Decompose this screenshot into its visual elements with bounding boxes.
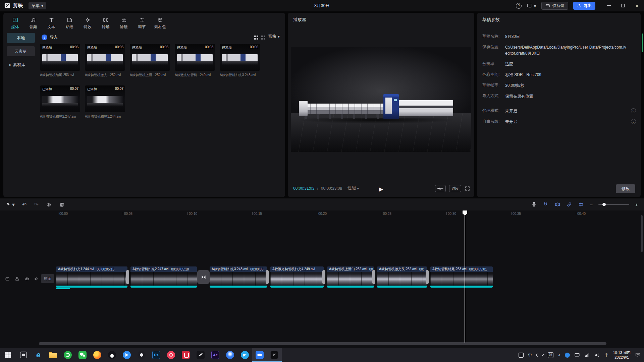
tab-transition[interactable]: 转场: [97, 14, 115, 32]
shortcut-keys-button[interactable]: 快捷键: [541, 2, 568, 10]
view-mode-select[interactable]: 宫格 ▾: [268, 34, 280, 39]
taskbar-app-blue-browser[interactable]: [223, 348, 237, 362]
import-button[interactable]: ↓ 导入: [42, 33, 58, 42]
minimize-button[interactable]: [602, 0, 616, 11]
taskbar-app-ie[interactable]: e: [31, 348, 46, 362]
taskbar-app-dark-ring[interactable]: [134, 348, 149, 362]
taskbar-app-photoshop[interactable]: Ps: [149, 348, 164, 362]
timeline-clip[interactable]: A款激光切管机扫光4.249.avi: [270, 266, 324, 288]
split-button[interactable]: [46, 202, 52, 207]
media-item[interactable]: 已添加 00:05 A款切管机上滑...252.avi: [130, 44, 170, 77]
timeline-clip[interactable]: A款切管机上滑门.252.avi00: [327, 266, 374, 288]
zoom-out-button[interactable]: −: [590, 202, 593, 207]
taskbar-app-telegram[interactable]: [237, 348, 252, 362]
modify-button[interactable]: 修改: [616, 184, 635, 193]
undo-button[interactable]: ↶: [22, 201, 26, 208]
taskbar-app-qq[interactable]: [105, 348, 119, 362]
preview-axis-toggle[interactable]: [578, 201, 584, 207]
taskbar-app-wechat[interactable]: [75, 348, 90, 362]
taskbar-app-snipping[interactable]: [16, 348, 31, 362]
timeline-clip[interactable]: A款切管机扫光2.247.avi00:00:05:18: [130, 266, 197, 288]
qq-tray-icon[interactable]: [565, 353, 570, 358]
play-button[interactable]: ▶: [379, 186, 383, 193]
voice-input-icon[interactable]: [536, 354, 538, 357]
export-button[interactable]: 导出: [573, 2, 595, 10]
tab-adjust[interactable]: 调节: [133, 14, 151, 32]
media-item[interactable]: 已添加 00:03 A款激光切管机...249.avi: [175, 44, 215, 77]
sidebar-item-cloud[interactable]: 云素材: [7, 46, 35, 56]
timeline-clip[interactable]: A款切管机结尾.253.avi00:00:05:01: [430, 266, 493, 288]
taskbar-app-jianying[interactable]: [267, 348, 282, 362]
simplified-chinese-badge[interactable]: 简: [548, 352, 553, 358]
ime-grid-icon[interactable]: [519, 353, 524, 358]
auto-snap-toggle[interactable]: [554, 201, 560, 207]
timeline-horizontal-scrollbar[interactable]: [39, 342, 606, 345]
sidebar-item-local[interactable]: 本地: [7, 33, 35, 43]
sidebar-item-library[interactable]: ▸ 素材库: [7, 60, 35, 70]
timeline[interactable]: 00:00 00:05 00:10 00:15 00:20 00:25 00:3…: [0, 210, 644, 348]
list-view-icon[interactable]: [261, 36, 263, 37]
shrink-track-button[interactable]: [5, 276, 10, 282]
taskbar-app-netdisk[interactable]: [252, 348, 267, 362]
tab-filter[interactable]: 滤镜: [115, 14, 133, 32]
start-button[interactable]: [0, 348, 16, 362]
taskbar-app-explorer[interactable]: [46, 348, 60, 362]
playhead-handle[interactable]: [463, 210, 467, 216]
clip-trim-handle[interactable]: [372, 270, 375, 284]
video-preview[interactable]: [291, 47, 471, 152]
timeline-zoom-slider[interactable]: [598, 204, 629, 205]
display-mode-button[interactable]: ▾: [527, 3, 536, 9]
timeline-vertical-scrollbar[interactable]: [641, 215, 643, 252]
taskbar-app-dark-swoosh[interactable]: [193, 348, 208, 362]
record-voiceover-button[interactable]: [531, 201, 537, 207]
show-hidden-icons-button[interactable]: ∧: [558, 353, 560, 357]
zoom-in-button[interactable]: +: [635, 202, 638, 207]
fullscreen-button[interactable]: [465, 186, 470, 191]
quality-select[interactable]: 性能 ▾: [347, 185, 359, 191]
clip-trim-handle[interactable]: [322, 270, 325, 284]
ime-language-indicator[interactable]: 中: [528, 352, 532, 358]
volume-tray-button[interactable]: [594, 352, 600, 358]
timeline-clip[interactable]: A款切管机扫光1.244.avi00:00:05:15: [56, 266, 127, 288]
action-center-button[interactable]: [635, 352, 641, 358]
help-icon[interactable]: ?: [631, 108, 636, 113]
params-scrollbar-thumb[interactable]: [642, 34, 643, 52]
media-item[interactable]: 已添加 00:06 A款切管机扫光3.248.avi: [220, 44, 260, 77]
transition-marker[interactable]: [197, 270, 210, 284]
delete-button[interactable]: [59, 202, 65, 207]
taskbar-clock[interactable]: 10:13 周四 2022/9/1: [613, 350, 631, 360]
mute-track-button[interactable]: [34, 276, 39, 282]
media-item[interactable]: 已添加 00:07 A款切管机扫光1.244.avi: [85, 85, 125, 119]
fit-button[interactable]: 适应: [449, 185, 461, 192]
tab-material-pack[interactable]: 素材包: [151, 14, 169, 32]
display-tray-button[interactable]: [574, 352, 580, 358]
clip-trim-handle[interactable]: [426, 270, 429, 284]
timeline-clip[interactable]: A款切管机扫光3.248.avi00:00:05: [210, 266, 267, 288]
taskbar-app-red-square[interactable]: [178, 348, 193, 362]
tab-audio[interactable]: 音频: [24, 14, 42, 32]
help-button[interactable]: ?: [516, 3, 522, 9]
clip-trim-handle[interactable]: [266, 270, 269, 284]
linkage-toggle[interactable]: [566, 201, 572, 207]
waveform-button[interactable]: [435, 185, 446, 192]
main-track-magnet-toggle[interactable]: [543, 201, 549, 207]
tab-sticker[interactable]: 贴纸: [60, 14, 78, 32]
grid-view-icon[interactable]: [254, 36, 256, 37]
menu-button[interactable]: 菜单 ▾: [29, 2, 46, 9]
clip-trim-handle[interactable]: [126, 270, 129, 284]
taskbar-app-tim[interactable]: [119, 348, 134, 362]
tab-media[interactable]: 媒体: [6, 14, 24, 32]
tab-text[interactable]: 文本: [42, 14, 60, 32]
media-item[interactable]: 已添加 00:05 A款切管机激光...252.avi: [85, 44, 125, 77]
media-item[interactable]: 已添加 00:06 A款切管机结尾.253.avi: [40, 44, 80, 77]
playhead-line[interactable]: [465, 210, 465, 343]
hide-track-button[interactable]: [24, 276, 30, 282]
help-icon[interactable]: ?: [631, 119, 636, 124]
media-item[interactable]: 已添加 00:07 A款切管机扫光2.247.avi: [40, 85, 80, 119]
taskbar-app-aftereffects[interactable]: Ae: [208, 348, 223, 362]
maximize-button[interactable]: [616, 0, 630, 11]
cover-button[interactable]: 封面: [41, 274, 54, 283]
close-button[interactable]: ×: [630, 0, 644, 11]
network-tray-button[interactable]: [584, 352, 590, 358]
taskbar-app-360[interactable]: [60, 348, 75, 362]
